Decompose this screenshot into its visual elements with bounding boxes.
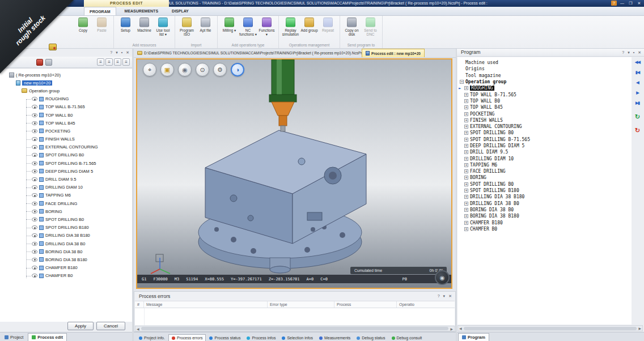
visibility-eye-icon[interactable] (32, 274, 37, 278)
refresh-icon[interactable] (45, 59, 52, 66)
restore-button[interactable]: ❐ (628, 1, 634, 6)
operation-row[interactable]: SPOT DRILLING B0 (0, 215, 132, 223)
operation-row[interactable]: FINISH WALLS (0, 135, 132, 143)
magnifier-button[interactable] (196, 63, 209, 76)
visibility-eye-icon[interactable] (32, 242, 37, 246)
expand-plus-icon[interactable]: + (464, 138, 468, 142)
ribbon-tab-display[interactable]: DISPLAY (167, 7, 194, 15)
visibility-eye-icon[interactable] (32, 97, 37, 101)
tab-process-edit-document[interactable]: Process edit : new mp10+20 (362, 49, 425, 57)
errors-table-body[interactable] (135, 308, 455, 325)
expand-plus-icon[interactable]: + (464, 157, 468, 161)
visibility-eye-icon[interactable] (32, 113, 37, 117)
expand-plus-icon[interactable]: + (464, 227, 468, 231)
ribbon-button-add-group[interactable]: Add group (300, 16, 319, 32)
visibility-eye-icon[interactable] (32, 153, 37, 157)
panel-help-icon[interactable]: ? (438, 293, 440, 299)
expand-plus-icon[interactable]: + (464, 144, 468, 148)
visibility-eye-icon[interactable] (32, 266, 37, 270)
program-horizontal-scrollbar[interactable] (457, 325, 643, 331)
tab-project-info[interactable]: Project info. (136, 335, 168, 341)
operation-row[interactable]: BORING DIA 38 B180 (0, 255, 132, 263)
expand-plus-icon[interactable]: + (464, 86, 468, 90)
visibility-eye-icon[interactable] (32, 225, 37, 229)
gear-button[interactable] (213, 63, 227, 76)
scroll-left-arrow-icon[interactable] (459, 326, 462, 330)
ribbon-button-functions[interactable]: Functions ▾ (257, 16, 276, 36)
ribbon-button-copy[interactable]: Copy (74, 16, 92, 32)
selected-process-row[interactable]: new mp10+20 (0, 79, 132, 87)
operation-row[interactable]: DRILLING DIA 38 B180 (0, 232, 132, 240)
ribbon-tab-measurements[interactable]: MEASUREMENTS (120, 7, 164, 15)
visibility-eye-icon[interactable] (32, 169, 37, 173)
tab-process-infos[interactable]: Process infos (244, 335, 278, 341)
visibility-eye-icon[interactable] (32, 121, 37, 125)
ribbon-button-setup[interactable]: Setup (116, 16, 135, 32)
expand-plus-icon[interactable]: + (464, 131, 468, 135)
program-operation-row[interactable]: +DEEP DRILLING DIAM 5 (459, 143, 632, 149)
operation-row[interactable]: POCKETING (0, 127, 132, 135)
program-operation-row[interactable]: +TOP WALL B45 (459, 104, 632, 110)
tab-project[interactable]: Project (1, 334, 27, 341)
expand-plus-icon[interactable]: + (464, 169, 468, 173)
ribbon-button-nc-functions[interactable]: NC functions ▾ (239, 16, 257, 36)
program-operation-row[interactable]: +EXTERNAL CONTOURING (459, 123, 632, 130)
tab-process-status[interactable]: Process status (206, 335, 243, 341)
visibility-eye-icon[interactable] (32, 202, 37, 206)
expand-plus-icon[interactable]: + (464, 125, 468, 129)
expand-plus-icon[interactable]: + (464, 150, 468, 154)
tab-process-edit[interactable]: Process edit (28, 333, 67, 341)
scroll-left-arrow-icon[interactable] (137, 327, 139, 331)
expand-plus-icon[interactable]: + (464, 189, 468, 193)
visibility-eye-icon[interactable] (32, 193, 37, 197)
replay-loop-button[interactable]: ↻ (635, 114, 640, 120)
errors-horizontal-scrollbar[interactable] (135, 326, 455, 331)
step-back-button[interactable]: ◀ (636, 80, 638, 86)
panel-menu-icon[interactable]: ▾ (116, 50, 118, 55)
visibility-eye-icon[interactable] (32, 177, 37, 181)
panel-pin-icon[interactable]: ▪ (633, 50, 634, 55)
operation-row[interactable]: BORING (0, 207, 132, 215)
expand-plus-icon[interactable]: + (464, 182, 468, 186)
simulation-viewport[interactable]: Cumulated time 0h 0' 0'' G1F30000M3S1194… (136, 58, 452, 289)
program-operation-row[interactable]: ►+ROUGHING (459, 85, 632, 91)
visibility-eye-icon[interactable] (32, 145, 37, 149)
tab-process-errors[interactable]: Process errors (168, 334, 206, 341)
tab-project-document[interactable]: D:\Data\SPRING TECHNOLOGIES\NCSIMUL SOLU… (134, 49, 362, 57)
program-operation-row[interactable]: +DRILLING DIA 38 B0 (459, 201, 632, 207)
operation-row[interactable]: TOP WALL B-71.565 (0, 103, 132, 111)
ribbon-button-program-iso[interactable]: Program ISO (177, 16, 196, 36)
visibility-eye-icon[interactable] (32, 137, 37, 141)
visibility-eye-icon[interactable] (32, 129, 37, 133)
program-operation-row[interactable]: +BORING DIA 38 B180 (459, 213, 632, 219)
visibility-eye-icon[interactable] (32, 258, 37, 262)
tree-view-button[interactable] (122, 58, 130, 66)
program-item-row[interactable]: Origins (459, 66, 632, 72)
select-button[interactable] (143, 63, 156, 76)
operation-row[interactable]: CHAMFER B0 (0, 272, 132, 280)
help-button[interactable]: ? (611, 1, 617, 6)
previous-block-button[interactable]: ▮◀ (635, 70, 639, 75)
program-operation-row[interactable]: +TAPPING M6 (459, 162, 632, 168)
list-view-button[interactable] (97, 58, 104, 66)
scrollbar-thumb[interactable] (464, 327, 637, 330)
minimize-button[interactable]: — (619, 1, 625, 6)
visibility-eye-icon[interactable] (32, 218, 37, 221)
program-operation-row[interactable]: +SPOT DRILLING B0 (459, 130, 632, 136)
filter-icon[interactable] (36, 59, 43, 66)
operation-row[interactable]: TAPPING M6 (0, 191, 132, 199)
close-button[interactable]: ✕ (636, 1, 642, 6)
tab-debug-consult[interactable]: Debug consult (389, 335, 425, 341)
play-to-end-button[interactable]: ▶▮ (635, 100, 639, 106)
ribbon-button-copy-on-disk[interactable]: Copy on disk (342, 16, 361, 36)
ribbon-button-replay-simulation[interactable]: Replay simulation (281, 16, 300, 36)
panel-pin-icon[interactable]: ▪ (121, 50, 122, 55)
play-button[interactable]: ▶ (636, 90, 638, 96)
expand-plus-icon[interactable]: + (464, 214, 468, 218)
program-operation-row[interactable]: +SPOT DRILLING B0 (459, 181, 632, 187)
expand-plus-icon[interactable]: + (464, 93, 468, 97)
operation-row[interactable]: SPOT DRILLING B0 (0, 151, 132, 159)
tab-selection-infos[interactable]: Selection infos (279, 335, 316, 341)
expand-plus-icon[interactable]: + (464, 99, 468, 103)
ribbon-tab-program[interactable]: PROGRAM (84, 7, 116, 15)
